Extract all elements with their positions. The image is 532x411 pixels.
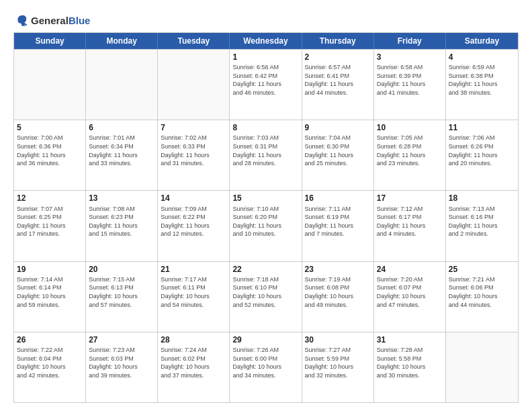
cal-row-2: 12Sunrise: 7:07 AMSunset: 6:25 PMDayligh… (14, 190, 518, 261)
cell-info: Sunrise: 7:13 AMSunset: 6:16 PMDaylight:… (449, 205, 515, 238)
header-day-thursday: Thursday (302, 33, 374, 49)
cal-cell-day-23: 23Sunrise: 7:19 AMSunset: 6:08 PMDayligh… (302, 262, 374, 332)
header-day-friday: Friday (374, 33, 446, 49)
day-number: 19 (17, 264, 83, 275)
day-number: 15 (232, 193, 298, 203)
day-number: 24 (377, 264, 443, 275)
header-day-wednesday: Wednesday (230, 33, 302, 49)
cell-info: Sunrise: 7:04 AMSunset: 6:30 PMDaylight:… (305, 134, 371, 167)
cal-cell-empty (158, 50, 230, 120)
day-number: 16 (305, 193, 371, 203)
day-number: 20 (89, 264, 154, 275)
logo-blue: Blue (69, 15, 91, 26)
cell-info: Sunrise: 7:28 AMSunset: 5:58 PMDaylight:… (377, 346, 443, 379)
cal-row-1: 5Sunrise: 7:00 AMSunset: 6:36 PMDaylight… (14, 120, 518, 190)
cal-cell-day-15: 15Sunrise: 7:10 AMSunset: 6:20 PMDayligh… (230, 191, 302, 261)
day-number: 29 (232, 334, 298, 345)
cell-info: Sunrise: 7:14 AMSunset: 6:14 PMDaylight:… (17, 275, 83, 309)
cell-info: Sunrise: 7:23 AMSunset: 6:03 PMDaylight:… (89, 346, 154, 379)
day-number: 25 (449, 264, 515, 275)
cell-info: Sunrise: 7:02 AMSunset: 6:33 PMDaylight:… (161, 134, 226, 167)
day-number: 1 (232, 52, 298, 62)
day-number: 2 (305, 52, 371, 62)
day-number: 28 (161, 334, 226, 345)
day-number: 14 (161, 193, 226, 203)
day-number: 12 (17, 193, 83, 203)
cal-cell-day-9: 9Sunrise: 7:04 AMSunset: 6:30 PMDaylight… (302, 120, 374, 190)
cal-cell-day-24: 24Sunrise: 7:20 AMSunset: 6:07 PMDayligh… (374, 262, 446, 332)
day-number: 22 (232, 264, 298, 275)
day-number: 4 (449, 52, 515, 62)
page: General Blue SundayMondayTuesdayWednesda… (0, 0, 532, 411)
cal-cell-day-16: 16Sunrise: 7:11 AMSunset: 6:19 PMDayligh… (302, 191, 374, 261)
cal-cell-day-4: 4Sunrise: 6:59 AMSunset: 6:38 PMDaylight… (446, 50, 518, 120)
header: General Blue (13, 12, 519, 28)
day-number: 30 (305, 334, 371, 345)
cal-cell-day-10: 10Sunrise: 7:05 AMSunset: 6:28 PMDayligh… (374, 120, 446, 190)
day-number: 6 (89, 122, 154, 133)
cal-row-3: 19Sunrise: 7:14 AMSunset: 6:14 PMDayligh… (14, 261, 518, 332)
cell-info: Sunrise: 7:11 AMSunset: 6:19 PMDaylight:… (305, 205, 371, 238)
cell-info: Sunrise: 6:57 AMSunset: 6:41 PMDaylight:… (305, 63, 371, 97)
cell-info: Sunrise: 7:27 AMSunset: 5:59 PMDaylight:… (305, 346, 371, 379)
cell-info: Sunrise: 7:24 AMSunset: 6:02 PMDaylight:… (161, 346, 226, 379)
cal-cell-day-29: 29Sunrise: 7:26 AMSunset: 6:00 PMDayligh… (230, 332, 302, 402)
cal-cell-empty (86, 50, 158, 120)
cell-info: Sunrise: 7:10 AMSunset: 6:20 PMDaylight:… (232, 205, 298, 238)
day-number: 5 (17, 122, 83, 133)
day-number: 11 (449, 122, 515, 133)
cell-info: Sunrise: 7:08 AMSunset: 6:23 PMDaylight:… (89, 205, 154, 238)
day-number: 17 (377, 193, 443, 203)
day-number: 10 (377, 122, 443, 133)
cell-info: Sunrise: 7:03 AMSunset: 6:31 PMDaylight:… (232, 134, 298, 167)
day-number: 26 (17, 334, 83, 345)
cal-cell-day-22: 22Sunrise: 7:18 AMSunset: 6:10 PMDayligh… (230, 262, 302, 332)
cal-cell-day-26: 26Sunrise: 7:22 AMSunset: 6:04 PMDayligh… (14, 332, 86, 402)
cell-info: Sunrise: 7:09 AMSunset: 6:22 PMDaylight:… (161, 205, 226, 238)
day-number: 23 (305, 264, 371, 275)
day-number: 9 (305, 122, 371, 133)
logo-icon (13, 12, 30, 28)
cal-cell-day-27: 27Sunrise: 7:23 AMSunset: 6:03 PMDayligh… (86, 332, 158, 402)
header-day-saturday: Saturday (446, 33, 518, 49)
day-number: 21 (161, 264, 226, 275)
logo-general: General (31, 15, 69, 26)
header-day-monday: Monday (86, 33, 158, 49)
cal-cell-day-17: 17Sunrise: 7:12 AMSunset: 6:17 PMDayligh… (374, 191, 446, 261)
cal-cell-day-1: 1Sunrise: 6:56 AMSunset: 6:42 PMDaylight… (230, 50, 302, 120)
day-number: 7 (161, 122, 226, 133)
cal-row-0: 1Sunrise: 6:56 AMSunset: 6:42 PMDaylight… (14, 49, 518, 120)
cal-cell-day-21: 21Sunrise: 7:17 AMSunset: 6:11 PMDayligh… (158, 262, 230, 332)
cal-cell-empty (14, 50, 86, 120)
cal-cell-day-20: 20Sunrise: 7:15 AMSunset: 6:13 PMDayligh… (86, 262, 158, 332)
cal-cell-day-8: 8Sunrise: 7:03 AMSunset: 6:31 PMDaylight… (230, 120, 302, 190)
cal-cell-day-12: 12Sunrise: 7:07 AMSunset: 6:25 PMDayligh… (14, 191, 86, 261)
cell-info: Sunrise: 7:07 AMSunset: 6:25 PMDaylight:… (17, 205, 83, 238)
calendar: SundayMondayTuesdayWednesdayThursdayFrid… (13, 32, 519, 403)
cal-cell-day-11: 11Sunrise: 7:06 AMSunset: 6:26 PMDayligh… (446, 120, 518, 190)
header-day-sunday: Sunday (14, 33, 86, 49)
cal-cell-day-28: 28Sunrise: 7:24 AMSunset: 6:02 PMDayligh… (158, 332, 230, 402)
cell-info: Sunrise: 7:15 AMSunset: 6:13 PMDaylight:… (89, 275, 154, 309)
cell-info: Sunrise: 7:19 AMSunset: 6:08 PMDaylight:… (305, 275, 371, 309)
cal-cell-day-31: 31Sunrise: 7:28 AMSunset: 5:58 PMDayligh… (374, 332, 446, 402)
cell-info: Sunrise: 7:18 AMSunset: 6:10 PMDaylight:… (232, 275, 298, 309)
cal-cell-day-5: 5Sunrise: 7:00 AMSunset: 6:36 PMDaylight… (14, 120, 86, 190)
cell-info: Sunrise: 7:01 AMSunset: 6:34 PMDaylight:… (89, 134, 154, 167)
day-number: 27 (89, 334, 154, 345)
cal-cell-day-13: 13Sunrise: 7:08 AMSunset: 6:23 PMDayligh… (86, 191, 158, 261)
day-number: 18 (449, 193, 515, 203)
calendar-body: 1Sunrise: 6:56 AMSunset: 6:42 PMDaylight… (14, 49, 518, 402)
cell-info: Sunrise: 7:22 AMSunset: 6:04 PMDaylight:… (17, 346, 83, 379)
cal-cell-day-30: 30Sunrise: 7:27 AMSunset: 5:59 PMDayligh… (302, 332, 374, 402)
cell-info: Sunrise: 7:06 AMSunset: 6:26 PMDaylight:… (449, 134, 515, 167)
cell-info: Sunrise: 7:20 AMSunset: 6:07 PMDaylight:… (377, 275, 443, 309)
logo: General Blue (13, 12, 90, 28)
day-number: 3 (377, 52, 443, 62)
cal-cell-day-2: 2Sunrise: 6:57 AMSunset: 6:41 PMDaylight… (302, 50, 374, 120)
day-number: 8 (232, 122, 298, 133)
cal-cell-day-7: 7Sunrise: 7:02 AMSunset: 6:33 PMDaylight… (158, 120, 230, 190)
cell-info: Sunrise: 7:05 AMSunset: 6:28 PMDaylight:… (377, 134, 443, 167)
calendar-header: SundayMondayTuesdayWednesdayThursdayFrid… (14, 33, 518, 49)
cal-cell-day-14: 14Sunrise: 7:09 AMSunset: 6:22 PMDayligh… (158, 191, 230, 261)
